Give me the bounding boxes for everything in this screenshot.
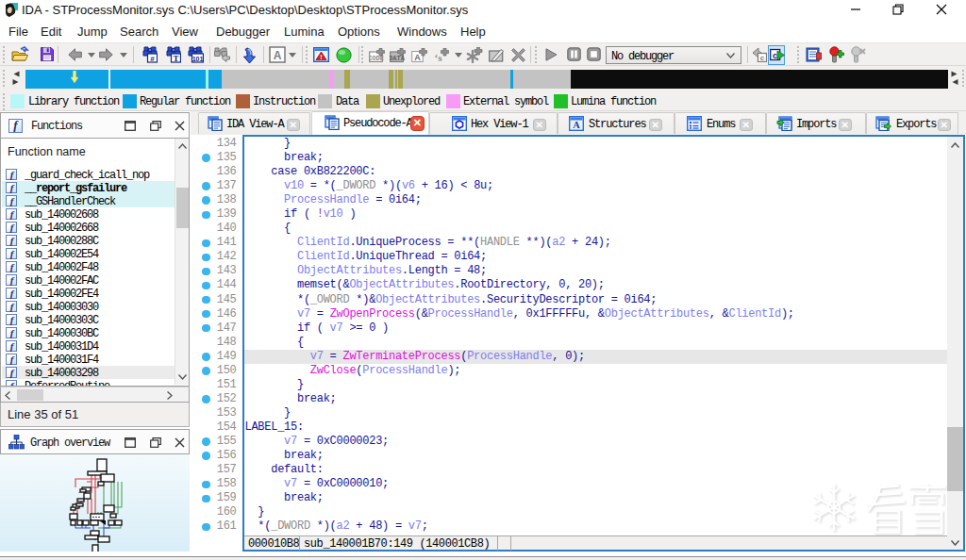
svg-text:#: #: [150, 55, 155, 63]
svg-text:A: A: [274, 49, 282, 62]
svg-text:T: T: [173, 54, 178, 63]
svg-text:A: A: [573, 120, 580, 130]
svg-text:!: !: [320, 54, 322, 60]
svg-text:A: A: [414, 53, 421, 62]
svg-text:c: c: [773, 51, 777, 60]
svg-text:101: 101: [192, 56, 204, 62]
svg-text:c: c: [760, 54, 765, 62]
